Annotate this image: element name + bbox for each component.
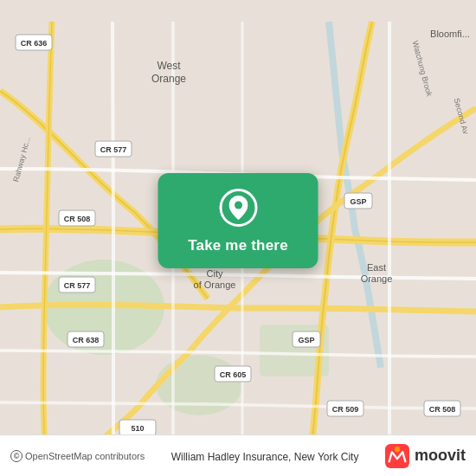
moovit-icon xyxy=(385,444,409,468)
moovit-logo: moovit xyxy=(385,444,466,468)
svg-text:City: City xyxy=(207,268,223,279)
take-me-there-card[interactable]: Take me there xyxy=(158,173,318,268)
attribution-area: © OpenStreetMap contributors xyxy=(10,450,145,462)
svg-text:CR 636: CR 636 xyxy=(21,39,48,48)
location-label: William Hadley Insurance, New York City xyxy=(171,448,359,464)
svg-text:Orange: Orange xyxy=(361,273,393,284)
svg-point-2 xyxy=(156,355,242,415)
moovit-text: moovit xyxy=(415,447,466,465)
svg-text:CR 508: CR 508 xyxy=(64,215,91,223)
svg-text:GSP: GSP xyxy=(298,336,314,344)
svg-text:CR 509: CR 509 xyxy=(332,405,359,414)
svg-point-38 xyxy=(395,447,400,452)
svg-point-36 xyxy=(235,202,242,209)
svg-text:CR 638: CR 638 xyxy=(73,336,100,344)
location-name: William Hadley Insurance, New York City xyxy=(171,451,359,463)
svg-text:West: West xyxy=(157,60,181,72)
svg-text:CR 508: CR 508 xyxy=(429,405,456,414)
attribution-text: OpenStreetMap contributors xyxy=(25,451,145,461)
take-me-there-label: Take me there xyxy=(188,237,288,254)
svg-text:Orange: Orange xyxy=(151,73,186,85)
svg-text:Bloomfi...: Bloomfi... xyxy=(430,29,470,39)
svg-text:CR 577: CR 577 xyxy=(64,281,91,290)
copyright-icon: © xyxy=(10,450,23,462)
svg-text:CR 605: CR 605 xyxy=(220,370,247,379)
svg-text:of Orange: of Orange xyxy=(194,280,236,290)
map-container: CR 636 CR 577 CR 577 CR 508 CR 638 CR 60… xyxy=(0,0,476,476)
bottom-bar: © OpenStreetMap contributors William Had… xyxy=(0,434,476,476)
svg-text:CR 577: CR 577 xyxy=(100,145,127,154)
location-pin-icon xyxy=(219,189,257,227)
svg-text:GSP: GSP xyxy=(350,197,366,206)
svg-text:East: East xyxy=(367,262,386,273)
svg-text:510: 510 xyxy=(131,424,144,433)
